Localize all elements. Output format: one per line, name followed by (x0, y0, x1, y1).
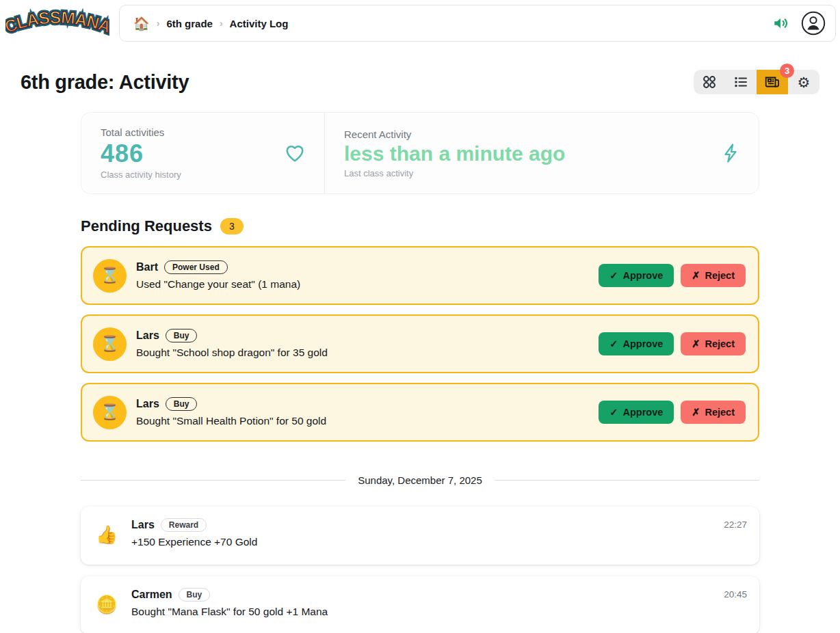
newspaper-icon (765, 75, 780, 90)
activity-timestamp: 20:45 (724, 587, 747, 623)
list-icon (733, 75, 748, 90)
x-icon: ✗ (692, 338, 700, 349)
activity-log-entry: 👍 Lars Reward +150 Experience +70 Gold 2… (81, 507, 759, 565)
check-icon: ✓ (609, 407, 618, 418)
grid-icon (702, 75, 717, 90)
activity-type-badge: Power Used (164, 260, 228, 274)
total-activities-stat: Total activities 486 Class activity hist… (81, 113, 325, 193)
pending-request-card: ⌛ Bart Power Used Used "Change your seat… (81, 246, 759, 305)
activity-timestamp: 22:27 (724, 517, 747, 553)
x-icon: ✗ (692, 270, 700, 281)
reject-label: Reject (705, 407, 735, 418)
student-name: Carmen (131, 589, 172, 601)
divider-line (81, 480, 345, 481)
gear-icon: ⚙ (798, 75, 811, 90)
student-name: Lars (131, 519, 155, 531)
total-activities-value: 486 (101, 139, 181, 167)
stat-sublabel: Class activity history (101, 170, 181, 180)
approve-button[interactable]: ✓ Approve (599, 332, 674, 355)
check-icon: ✓ (609, 338, 618, 349)
list-view-button[interactable] (725, 70, 757, 94)
lightning-icon (722, 143, 739, 163)
pending-requests-count-badge: 3 (220, 218, 244, 234)
date-divider: Sunday, December 7, 2025 (81, 474, 759, 486)
pending-count-badge: 3 (780, 64, 794, 78)
view-toggle-group: 3 ⚙ (694, 70, 819, 94)
breadcrumb-class[interactable]: 6th grade (166, 18, 213, 29)
activity-type-badge: Reward (161, 518, 207, 532)
activity-type-badge: Buy (166, 329, 198, 342)
grid-view-button[interactable] (694, 70, 725, 94)
stat-label: Recent Activity (344, 129, 565, 140)
activity-description: Bought "Mana Flask" for 50 gold +1 Mana (131, 606, 714, 618)
hourglass-glyph: ⌛ (101, 267, 119, 284)
hourglass-icon: ⌛ (93, 327, 127, 361)
approve-label: Approve (622, 338, 663, 349)
heart-icon (285, 144, 305, 163)
thumbs-up-icon: 👍 (92, 517, 122, 553)
hourglass-glyph: ⌛ (101, 335, 119, 353)
approve-button[interactable]: ✓ Approve (599, 401, 674, 424)
pending-request-card: ⌛ Lars Buy Bought "Small Health Potion" … (81, 383, 759, 442)
hourglass-icon: ⌛ (93, 396, 127, 429)
svg-text:CLASSMANA: CLASSMANA (5, 8, 109, 37)
pending-requests-title: Pending Requests (81, 217, 212, 235)
request-description: Bought "Small Health Potion" for 50 gold (136, 415, 589, 427)
breadcrumb: 🏠 › 6th grade › Activity Log (133, 16, 288, 31)
student-name: Bart (136, 261, 158, 273)
activity-feed-view-button[interactable]: 3 (757, 70, 788, 94)
breadcrumb-bar: 🏠 › 6th grade › Activity Log (119, 5, 836, 42)
home-icon[interactable]: 🏠 (133, 16, 150, 31)
breadcrumb-activity-log[interactable]: Activity Log (230, 18, 289, 29)
chevron-right-icon: › (220, 18, 223, 29)
stat-label: Total activities (101, 126, 181, 138)
approve-label: Approve (622, 270, 663, 281)
reject-label: Reject (705, 338, 735, 349)
reject-label: Reject (705, 270, 735, 281)
divider-line (495, 480, 759, 481)
activity-type-badge: Buy (179, 588, 211, 602)
student-name: Lars (136, 398, 159, 410)
pending-request-card: ⌛ Lars Buy Bought "School shop dragon" f… (81, 314, 759, 373)
approve-label: Approve (622, 407, 663, 418)
stat-sublabel: Last class activity (344, 168, 565, 178)
top-bar: CLASSMANA CLASSMANA 🏠 › 6th grade › Acti… (0, 0, 840, 45)
classmana-logo[interactable]: CLASSMANA CLASSMANA (5, 4, 109, 42)
page-title: 6th grade: Activity (21, 71, 189, 94)
coin-icon: 🪙 (92, 587, 122, 623)
x-icon: ✗ (692, 407, 700, 418)
request-description: Bought "School shop dragon" for 35 gold (136, 347, 589, 359)
activity-type-badge: Buy (166, 397, 198, 411)
hourglass-icon: ⌛ (93, 259, 127, 293)
student-name: Lars (136, 329, 159, 342)
activity-description: +150 Experience +70 Gold (131, 536, 714, 548)
activity-log-entry: 🪙 Carmen Buy Bought "Mana Flask" for 50 … (81, 576, 759, 633)
chevron-right-icon: › (157, 18, 160, 29)
reject-button[interactable]: ✗ Reject (681, 264, 746, 287)
activity-stats-card: Total activities 486 Class activity hist… (81, 112, 759, 194)
user-avatar-icon[interactable] (801, 11, 826, 36)
recent-activity-value: less than a minute ago (344, 142, 565, 166)
approve-button[interactable]: ✓ Approve (599, 264, 674, 287)
date-header: Sunday, December 7, 2025 (358, 474, 482, 486)
request-description: Used "Change your seat" (1 mana) (136, 278, 589, 291)
check-icon: ✓ (609, 270, 618, 281)
sound-on-icon[interactable] (772, 14, 790, 32)
reject-button[interactable]: ✗ Reject (681, 401, 746, 424)
recent-activity-stat: Recent Activity less than a minute ago L… (325, 113, 759, 193)
reject-button[interactable]: ✗ Reject (681, 332, 746, 355)
hourglass-glyph: ⌛ (101, 403, 119, 421)
